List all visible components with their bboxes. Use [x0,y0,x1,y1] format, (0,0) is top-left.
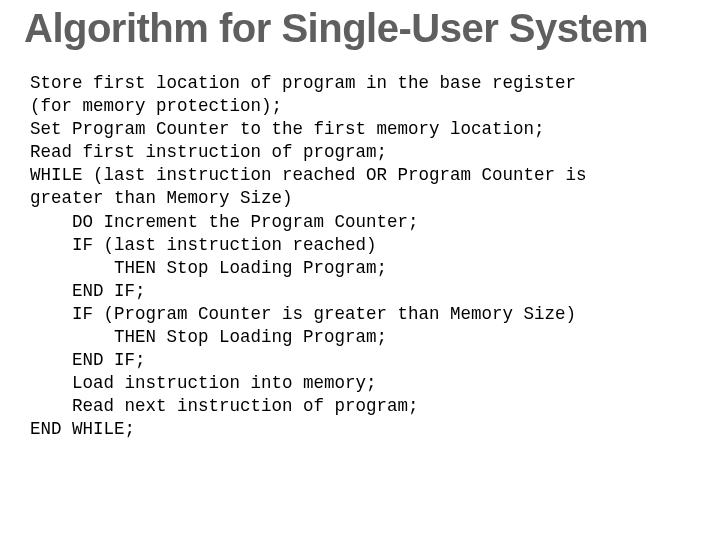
algorithm-pseudocode: Store first location of program in the b… [30,72,696,442]
slide: Algorithm for Single-User System Store f… [0,0,720,540]
slide-title: Algorithm for Single-User System [24,6,696,50]
